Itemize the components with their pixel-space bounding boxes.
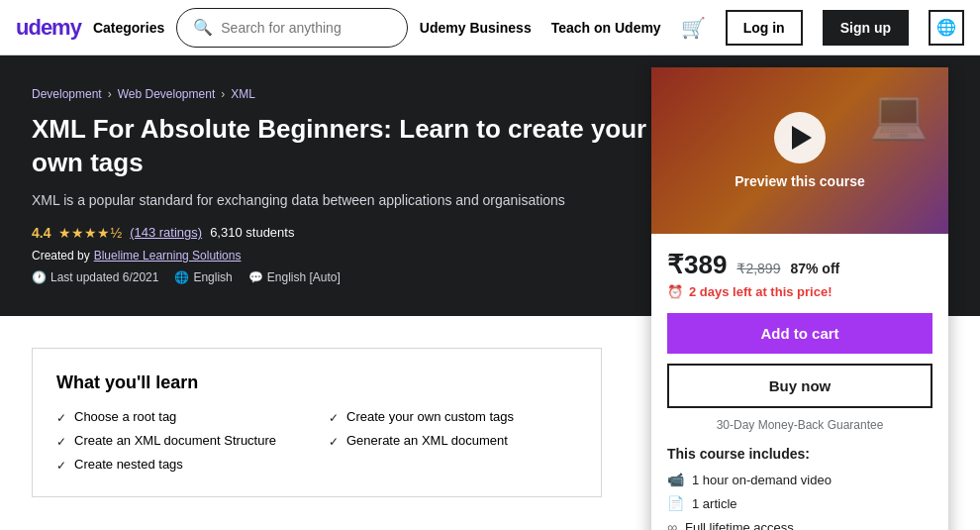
alarm-icon: ⏰: [667, 284, 683, 299]
language-meta: 🌐 English: [174, 270, 232, 284]
language-button[interactable]: 🌐: [929, 10, 964, 46]
play-button[interactable]: [774, 112, 826, 163]
includes-list: 📹 1 hour on-demand video 📄 1 article ∞ F…: [667, 472, 932, 530]
preview-thumbnail[interactable]: 💻 Preview this course: [651, 67, 948, 234]
subtitles-text: English [Auto]: [267, 270, 341, 284]
teach-link[interactable]: Teach on Udemy: [551, 20, 661, 36]
hero-section: Development › Web Development › XML XML …: [0, 55, 980, 316]
timer-text: 2 days left at this price!: [689, 284, 833, 299]
hero-content: Development › Web Development › XML XML …: [32, 87, 655, 284]
check-icon-5: ✓: [329, 435, 339, 449]
clock-icon: 🕐: [32, 270, 47, 284]
nav-links: Udemy Business Teach on Udemy 🛒 Log in S…: [420, 10, 964, 46]
rating-count[interactable]: (143 ratings): [130, 225, 202, 240]
rating-row: 4.4 ★★★★½ (143 ratings) 6,310 students: [32, 225, 655, 241]
subtitles-icon: 💬: [248, 270, 263, 284]
add-to-cart-button[interactable]: Add to cart: [667, 313, 932, 354]
udemy-logo[interactable]: udemy: [16, 15, 81, 41]
learn-grid: ✓ Choose a root tag ✓ Create your own cu…: [56, 409, 577, 473]
preview-overlay: Preview this course: [651, 67, 948, 234]
timer-row: ⏰ 2 days left at this price!: [667, 284, 932, 299]
rating-number: 4.4: [32, 225, 50, 241]
price-row: ₹389 ₹2,899 87% off: [667, 250, 932, 280]
learn-item-2-text: Create an XML document Structure: [74, 433, 276, 448]
learn-item-5-text: Generate an XML document: [346, 433, 508, 448]
students-count: 6,310 students: [210, 225, 294, 240]
learn-item-4-text: Create your own custom tags: [346, 409, 514, 424]
card-body: ₹389 ₹2,899 87% off ⏰ 2 days left at thi…: [651, 234, 948, 530]
check-icon-3: ✓: [56, 459, 66, 473]
breadcrumb-separator-2: ›: [221, 87, 225, 101]
discount-badge: 87% off: [790, 261, 839, 276]
main-content: What you'll learn ✓ Choose a root tag ✓ …: [0, 316, 634, 530]
buy-now-button[interactable]: Buy now: [667, 364, 932, 408]
include-article-text: 1 article: [692, 496, 737, 511]
star-icons: ★★★★½: [58, 225, 122, 241]
course-meta-row: 🕐 Last updated 6/2021 🌐 English 💬 Englis…: [32, 270, 655, 284]
check-icon-1: ✓: [56, 411, 66, 425]
last-updated: 🕐 Last updated 6/2021: [32, 270, 158, 284]
preview-label: Preview this course: [735, 173, 865, 189]
language-text: English: [193, 270, 232, 284]
learn-box: What you'll learn ✓ Choose a root tag ✓ …: [32, 348, 602, 497]
login-button[interactable]: Log in: [726, 10, 803, 46]
play-triangle-icon: [792, 126, 812, 150]
include-lifetime-text: Full lifetime access: [685, 520, 794, 531]
check-icon-4: ✓: [329, 411, 339, 425]
course-title: XML For Absolute Beginners: Learn to cre…: [32, 113, 655, 180]
learn-item-4: ✓ Create your own custom tags: [329, 409, 577, 425]
created-by-row: Created by Bluelime Learning Solutions: [32, 249, 655, 263]
search-input[interactable]: [221, 20, 391, 36]
creator-link[interactable]: Bluelime Learning Solutions: [94, 249, 242, 263]
original-price: ₹2,899: [736, 261, 780, 276]
course-card: 💻 Preview this course ₹389 ₹2,899 87% of…: [651, 67, 948, 530]
learn-item-1-text: Choose a root tag: [74, 409, 176, 424]
video-icon: 📹: [667, 472, 684, 487]
breadcrumb-xml[interactable]: XML: [231, 87, 255, 101]
include-article: 📄 1 article: [667, 495, 932, 511]
breadcrumb-web-development[interactable]: Web Development: [118, 87, 216, 101]
subtitles-meta: 💬 English [Auto]: [248, 270, 341, 284]
infinity-icon: ∞: [667, 519, 677, 530]
globe-icon-meta: 🌐: [174, 270, 189, 284]
learn-item-3-text: Create nested tags: [74, 457, 183, 472]
cart-icon[interactable]: 🛒: [681, 16, 706, 40]
learn-item-2: ✓ Create an XML document Structure: [56, 433, 305, 449]
learn-item-3: ✓ Create nested tags: [56, 457, 305, 473]
check-icon-2: ✓: [56, 435, 66, 449]
breadcrumb-development[interactable]: Development: [32, 87, 102, 101]
created-by-label: Created by: [32, 249, 90, 263]
navbar: udemy Categories 🔍 Udemy Business Teach …: [0, 0, 980, 55]
current-price: ₹389: [667, 250, 727, 280]
breadcrumb-separator-1: ›: [108, 87, 112, 101]
include-video-text: 1 hour on-demand video: [692, 473, 832, 487]
search-bar[interactable]: 🔍: [176, 8, 408, 48]
course-subtitle: XML is a popular standard for exchanging…: [32, 190, 655, 211]
includes-title: This course includes:: [667, 446, 932, 462]
learn-item-1: ✓ Choose a root tag: [56, 409, 305, 425]
article-icon: 📄: [667, 495, 684, 511]
learn-item-5: ✓ Generate an XML document: [329, 433, 577, 449]
include-lifetime: ∞ Full lifetime access: [667, 519, 932, 530]
include-video: 📹 1 hour on-demand video: [667, 472, 932, 487]
signup-button[interactable]: Sign up: [823, 10, 909, 46]
guarantee-text: 30-Day Money-Back Guarantee: [667, 418, 932, 432]
learn-title: What you'll learn: [56, 372, 577, 393]
breadcrumb: Development › Web Development › XML: [32, 87, 655, 101]
search-icon: 🔍: [193, 18, 213, 37]
udemy-business-link[interactable]: Udemy Business: [420, 20, 532, 36]
categories-button[interactable]: Categories: [93, 20, 164, 36]
last-updated-text: Last updated 6/2021: [50, 270, 158, 284]
